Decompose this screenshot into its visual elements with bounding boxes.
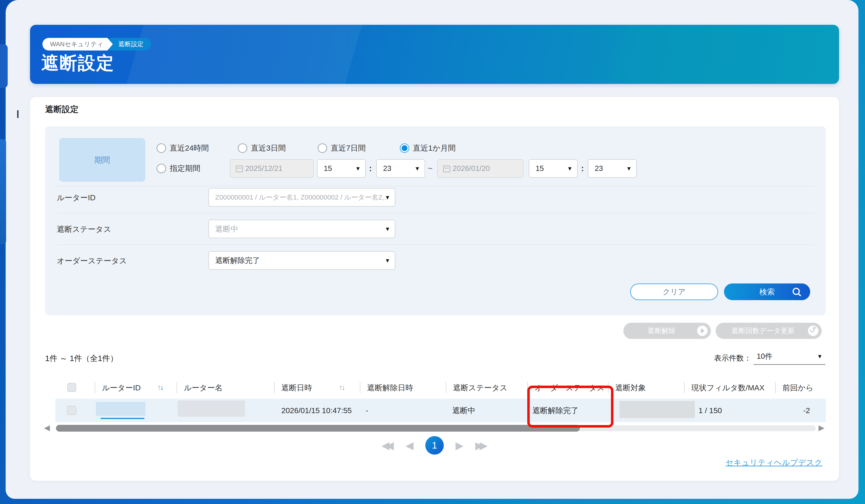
column-header-block-status[interactable]: 遮断ステータス bbox=[446, 382, 507, 393]
minute-to-value: 23 bbox=[595, 164, 603, 173]
column-header-block-target[interactable]: 遮断対象 bbox=[608, 382, 646, 393]
router-id-label: ルーターID bbox=[57, 188, 96, 207]
link-underline bbox=[101, 418, 145, 419]
column-header-unblock-datetime[interactable]: 遮断解除日時 bbox=[360, 382, 413, 393]
row-divider bbox=[57, 186, 814, 186]
filter-panel: 期間 直近24時間 直近3日間 直近7日間 直近1か月間 指定期間 bbox=[45, 126, 826, 315]
sort-down-icon: ↓ bbox=[342, 383, 344, 391]
radio-custom-period[interactable]: 指定期間 bbox=[157, 163, 200, 174]
sort-icons-block-datetime[interactable]: ↑↓ bbox=[339, 383, 344, 392]
date-from-field[interactable]: 2025/12/21 bbox=[230, 159, 314, 178]
unblock-button-disabled[interactable]: 遮断解除 bbox=[623, 323, 711, 339]
search-button[interactable]: 検索 bbox=[724, 283, 810, 300]
play-icon bbox=[697, 326, 707, 336]
radio-last-1mo[interactable]: 直近1か月間 bbox=[400, 143, 456, 153]
date-to-field[interactable]: 2026/01/20 bbox=[437, 159, 523, 178]
last-page-icon[interactable]: ▶▶ bbox=[475, 440, 487, 450]
order-status-value: 遮断解除完了 bbox=[215, 256, 260, 265]
router-id-placeholder: Z000000001 / ルーター名1, Z000000002 / ルーター名2… bbox=[215, 194, 388, 201]
hour-to-select[interactable]: 15 ▼ bbox=[529, 159, 578, 178]
sort-up-icon: ↑ bbox=[157, 383, 160, 391]
prev-page-icon[interactable]: ◀ bbox=[406, 440, 414, 450]
minute-to-select[interactable]: 23 ▼ bbox=[588, 159, 637, 178]
row-divider bbox=[57, 244, 814, 245]
block-status-label: 遮断ステータス bbox=[57, 220, 111, 238]
chevron-down-icon: ▼ bbox=[817, 353, 822, 360]
order-status-select[interactable]: 遮断解除完了 ▼ bbox=[208, 251, 395, 270]
radio-label: 直近7日間 bbox=[331, 143, 366, 153]
breadcrumb-item-wan-security[interactable]: WANセキュリティ bbox=[43, 38, 107, 50]
sort-down-icon: ↓ bbox=[160, 383, 163, 391]
table-row[interactable]: 2026/01/15 10:47:55 - 遮断中 遮断解除完了 1 / 150… bbox=[55, 399, 826, 422]
radio-label: 直近24時間 bbox=[170, 143, 209, 153]
breadcrumb: 遮断設定 WANセキュリティ bbox=[43, 38, 151, 50]
column-header-router-id[interactable]: ルーターID bbox=[95, 382, 141, 393]
radio-last-24h[interactable]: 直近24時間 bbox=[157, 143, 209, 153]
update-block-count-button-disabled[interactable]: 遮断回数データ更新 bbox=[716, 323, 822, 339]
column-header-since-last[interactable]: 前回から bbox=[775, 382, 814, 393]
first-page-icon[interactable]: ◀◀ bbox=[381, 440, 394, 450]
radio-last-7d[interactable]: 直近7日間 bbox=[318, 143, 366, 153]
sort-up-icon: ↑ bbox=[339, 383, 342, 391]
column-header-block-datetime[interactable]: 遮断日時 bbox=[274, 382, 312, 393]
annotation-highlight-order-status bbox=[527, 386, 613, 427]
chevron-down-icon: ▼ bbox=[385, 252, 390, 269]
search-button-label: 検索 bbox=[759, 288, 775, 296]
chevron-down-icon: ▼ bbox=[626, 160, 632, 177]
radio-last-3d[interactable]: 直近3日間 bbox=[238, 143, 286, 153]
next-page-icon[interactable]: ▶ bbox=[455, 440, 463, 450]
chevron-down-icon: ▼ bbox=[414, 160, 420, 177]
scroll-right-icon[interactable]: ▶ bbox=[819, 423, 824, 432]
search-icon bbox=[793, 288, 800, 295]
router-id-select[interactable]: Z000000001 / ルーター名1, Z000000002 / ルーター名2… bbox=[208, 188, 395, 207]
page-size-select[interactable]: 10件 ▼ bbox=[753, 351, 825, 365]
hour-from-select[interactable]: 15 ▼ bbox=[317, 159, 366, 178]
app-background: 遮断設定 WANセキュリティ 遮断設定 遮断設定 期間 直近24時間 直近3日間… bbox=[0, 0, 865, 504]
router-id-link-redacted[interactable] bbox=[96, 402, 146, 416]
column-header-router-name[interactable]: ルーター名 bbox=[177, 382, 223, 393]
hour-to-value: 15 bbox=[535, 164, 544, 173]
breadcrumb-label: WANセキュリティ bbox=[50, 40, 103, 48]
date-from-value: 2025/12/21 bbox=[245, 164, 282, 173]
period-label: 期間 bbox=[59, 138, 145, 182]
radio-label: 直近1か月間 bbox=[413, 143, 456, 153]
block-status-select[interactable]: 遮断中 ▼ bbox=[208, 220, 395, 238]
minute-from-select[interactable]: 23 ▼ bbox=[376, 159, 425, 178]
chevron-down-icon: ▼ bbox=[385, 188, 390, 206]
block-status-value: 遮断中 bbox=[215, 225, 238, 233]
page-size-value: 10件 bbox=[757, 351, 773, 362]
radio-label: 直近3日間 bbox=[251, 143, 286, 153]
breadcrumb-label: 遮断設定 bbox=[118, 40, 143, 48]
block-target-redacted bbox=[620, 401, 695, 418]
chevron-down-icon: ▼ bbox=[355, 160, 361, 177]
time-colon: : bbox=[581, 159, 584, 178]
header-decor-band-2 bbox=[598, 25, 839, 84]
column-header-filter-count[interactable]: 現状フィルタ数/MAX bbox=[684, 382, 764, 393]
sort-icons-router-id[interactable]: ↑↓ bbox=[157, 383, 163, 392]
cell-block-status: 遮断中 bbox=[452, 399, 475, 422]
minute-from-value: 23 bbox=[383, 164, 391, 173]
clear-button[interactable]: クリア bbox=[630, 283, 718, 300]
radio-label: 指定期間 bbox=[170, 163, 200, 174]
radio-icon bbox=[157, 143, 166, 153]
page-size-control: 表示件数： 10件 ▼ bbox=[714, 351, 825, 365]
header-decor-band bbox=[122, 25, 367, 84]
radio-icon-selected bbox=[400, 143, 409, 153]
radio-icon bbox=[157, 164, 166, 173]
page-title: 遮断設定 bbox=[41, 51, 114, 75]
select-all-checkbox[interactable] bbox=[67, 383, 76, 392]
drawer-tab-2[interactable] bbox=[0, 139, 6, 244]
time-colon: : bbox=[369, 159, 372, 178]
drawer-tab[interactable] bbox=[0, 44, 8, 88]
order-status-label: オーダーステータス bbox=[57, 251, 127, 270]
scroll-left-icon[interactable]: ◀ bbox=[44, 423, 50, 432]
current-page-button[interactable]: 1 bbox=[425, 436, 444, 455]
radio-icon bbox=[318, 143, 327, 153]
cell-unblock-datetime: - bbox=[366, 399, 368, 422]
horizontal-scrollbar-thumb[interactable] bbox=[56, 425, 580, 432]
security-helpdesk-link[interactable]: セキュリティヘルプデスク bbox=[725, 457, 822, 468]
row-divider bbox=[57, 213, 814, 213]
page-size-label: 表示件数： bbox=[714, 353, 751, 363]
row-checkbox[interactable] bbox=[67, 406, 76, 415]
result-count: 1件 ～ 1件（全1件） bbox=[45, 353, 118, 364]
